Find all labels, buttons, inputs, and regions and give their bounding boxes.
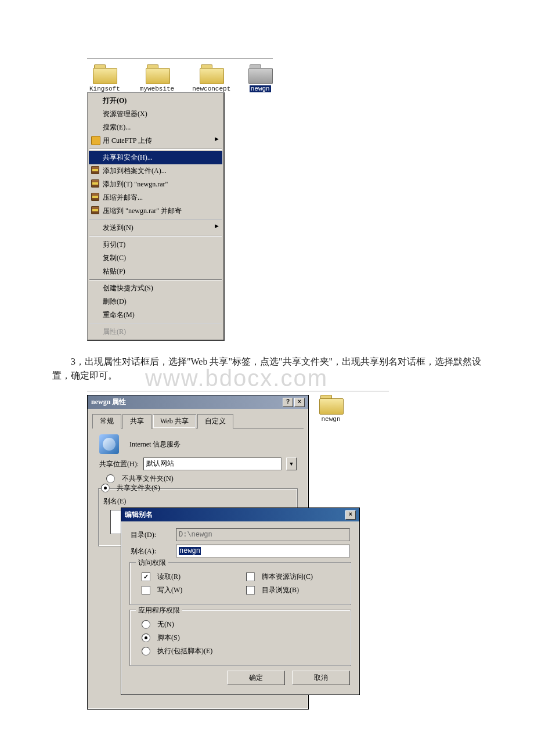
menu-separator: [89, 323, 222, 324]
ok-button[interactable]: 确定: [227, 671, 285, 685]
menu-add-to-rar[interactable]: 添加到(T) "newgn.rar": [89, 178, 222, 191]
checkbox-write-label: 写入(W): [157, 585, 182, 595]
radio-share-folder-label: 共享文件夹(S): [117, 483, 160, 493]
directory-label: 目录(D):: [131, 530, 171, 540]
radio-app-scripts[interactable]: [142, 633, 150, 642]
menu-create-shortcut[interactable]: 创建快捷方式(S): [89, 282, 222, 295]
menu-delete[interactable]: 删除(D): [89, 295, 222, 308]
menu-compress-mail[interactable]: 压缩并邮寄...: [89, 191, 222, 204]
menu-paste[interactable]: 粘贴(P): [89, 265, 222, 278]
rar-icon: [91, 166, 99, 174]
checkbox-dir-browse-label: 目录浏览(B): [262, 585, 299, 595]
radio-app-none-label: 无(N): [157, 620, 174, 629]
checkbox-read-label: 读取(R): [157, 572, 181, 582]
tabs: 常规 共享 Web 共享 自定义: [92, 413, 304, 429]
directory-field: D:\newgn: [176, 528, 350, 541]
side-folder-newgn[interactable]: newgn: [319, 395, 342, 423]
iis-label: Internet 信息服务: [129, 440, 181, 449]
menu-sharing-security[interactable]: 共享和安全(H)...: [89, 151, 222, 164]
folder-kingsoft[interactable]: Kingsoft: [89, 64, 120, 92]
folder-label: Kingsoft: [89, 85, 120, 92]
radio-app-scripts-label: 脚本(S): [157, 633, 180, 643]
titlebar: newgn 属性 ? ×: [88, 395, 308, 409]
menu-copy[interactable]: 复制(C): [89, 251, 222, 265]
checkbox-read[interactable]: [142, 573, 150, 581]
figure-folders-contextmenu: Kingsoft mywebsite newconcept newgn 打开(O…: [52, 58, 482, 341]
menu-explorer[interactable]: 资源管理器(X): [89, 107, 222, 121]
combo-dropdown-button[interactable]: ▼: [286, 458, 297, 470]
iis-icon: [99, 434, 119, 454]
checkbox-dir-browse[interactable]: [246, 586, 255, 595]
access-group-title: 访问权限: [136, 558, 168, 568]
radio-no-share[interactable]: [106, 474, 115, 483]
tab-custom[interactable]: 自定义: [197, 414, 233, 429]
radio-no-share-label: 不共享文件夹(N): [122, 474, 174, 484]
rar-icon: [91, 206, 99, 214]
menu-rename[interactable]: 重命名(M): [89, 308, 222, 322]
folder-newconcept[interactable]: newconcept: [194, 64, 229, 92]
tab-web-share[interactable]: Web 共享: [153, 414, 196, 429]
folder-label: newconcept: [192, 85, 230, 92]
folder-label: newgn: [319, 416, 342, 423]
folder-mywebsite[interactable]: mywebsite: [140, 64, 174, 92]
share-location-label: 共享位置(H):: [99, 459, 139, 469]
help-button[interactable]: ?: [283, 398, 293, 407]
tab-general[interactable]: 常规: [92, 414, 121, 429]
checkbox-script-access-label: 脚本资源访问(C): [262, 572, 313, 582]
close-button[interactable]: ×: [294, 398, 305, 407]
menu-separator: [89, 279, 222, 280]
menu-separator: [89, 219, 222, 220]
menu-separator: [89, 236, 222, 237]
checkbox-write[interactable]: [142, 586, 150, 595]
alias-label: 别名(A):: [131, 546, 171, 556]
menu-compress-to-mail[interactable]: 压缩到 "newgn.rar" 并邮寄: [89, 204, 222, 218]
folder-label: mywebsite: [140, 85, 174, 92]
cancel-button[interactable]: 取消: [292, 671, 350, 685]
radio-share-folder[interactable]: [101, 484, 110, 492]
alias-list-label: 别名(E): [103, 496, 126, 506]
titlebar: 编辑别名 ×: [121, 508, 359, 521]
window-title: newgn 属性: [91, 397, 126, 407]
menu-cuteftp-upload[interactable]: 用 CuteFTP 上传: [89, 134, 222, 147]
folder-icon: [200, 64, 223, 83]
menu-separator: [89, 149, 222, 150]
app-perm-group-title: 应用程序权限: [136, 606, 182, 615]
menu-send-to[interactable]: 发送到(N): [89, 221, 222, 235]
menu-open[interactable]: 打开(O): [89, 94, 222, 107]
share-location-combo[interactable]: 默认网站: [143, 458, 282, 470]
folder-label: newgn: [250, 85, 271, 92]
folder-icon: [93, 64, 116, 83]
close-button[interactable]: ×: [345, 510, 356, 520]
window-title: 编辑别名: [125, 510, 153, 520]
instruction-text: 3，出现属性对话框后，选择"Web 共享"标签，点选"共享文件夹"，出现共享别名…: [52, 355, 482, 383]
cuteftp-icon: [91, 136, 100, 145]
menu-properties-truncated[interactable]: 属性(R): [89, 325, 222, 339]
folder-icon: [248, 64, 272, 83]
folder-newgn[interactable]: newgn: [248, 64, 272, 92]
context-menu: 打开(O) 资源管理器(X) 搜索(E)... 用 CuteFTP 上传 共享和…: [87, 92, 225, 341]
tab-share[interactable]: 共享: [122, 414, 151, 429]
edit-alias-dialog: 编辑别名 × 目录(D): D:\newgn 别名(A): newgn 访问权限: [121, 507, 360, 695]
menu-cut[interactable]: 剪切(T): [89, 238, 222, 251]
rar-icon: [91, 179, 99, 188]
radio-app-execute-label: 执行(包括脚本)(E): [157, 646, 212, 656]
folder-row: Kingsoft mywebsite newconcept newgn: [87, 62, 273, 92]
radio-app-none[interactable]: [142, 620, 150, 629]
figure-properties-dialog: newgn 属性 ? × 常规 共享 Web 共享 自定义 Internet 信…: [87, 391, 389, 720]
rar-icon: [91, 193, 99, 201]
checkbox-script-access[interactable]: [246, 573, 255, 581]
menu-search[interactable]: 搜索(E)...: [89, 121, 222, 134]
folder-icon: [319, 395, 342, 413]
menu-add-to-archive[interactable]: 添加到档案文件(A)...: [89, 164, 222, 178]
alias-field[interactable]: newgn: [176, 545, 350, 557]
radio-app-execute[interactable]: [142, 647, 150, 656]
folder-icon: [146, 64, 169, 83]
